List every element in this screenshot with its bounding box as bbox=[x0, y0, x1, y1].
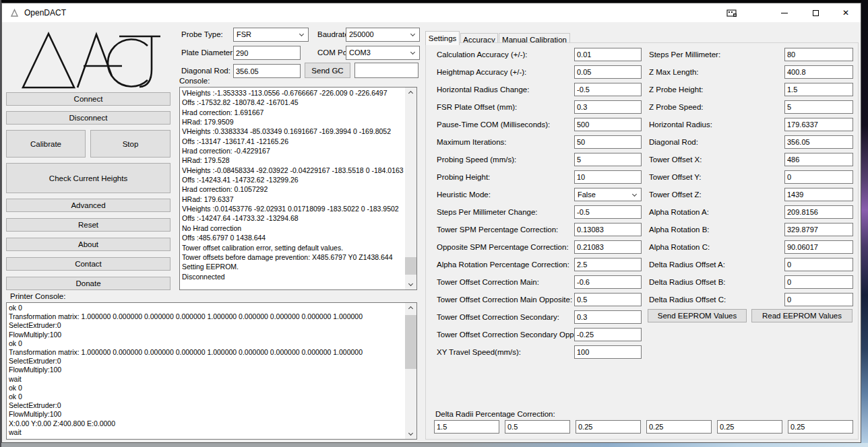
horizontal-radius-change-row: Horizontal Radius Change: bbox=[435, 83, 642, 96]
probe-type-label: Probe Type: bbox=[181, 30, 223, 38]
calibrate-label: Calibrate bbox=[30, 140, 61, 148]
delta-radius-offset-c-input[interactable] bbox=[784, 293, 853, 306]
minimize-button[interactable] bbox=[769, 3, 800, 22]
tower-offset-correction-secondary-opp-label: Tower Offset Correction Secondary Opp: bbox=[437, 331, 576, 339]
tower-offset-correction-secondary-input[interactable] bbox=[574, 310, 642, 324]
advanced-button[interactable]: Advanced bbox=[6, 199, 170, 212]
diagonal-rod-input[interactable] bbox=[784, 135, 853, 149]
heuristic-mode-select[interactable]: False bbox=[574, 188, 642, 201]
diagonal-rod-input[interactable] bbox=[233, 64, 301, 78]
printer-console-text[interactable]: ok 0 Transformation matrix: 1.000000 0.0… bbox=[9, 304, 404, 438]
console-scrollbar-thumb[interactable] bbox=[405, 257, 416, 275]
calculation-accuracy-input[interactable] bbox=[574, 48, 642, 61]
printer-console-box[interactable]: ok 0 Transformation matrix: 1.000000 0.0… bbox=[6, 302, 417, 440]
delta-radii-input-5[interactable] bbox=[717, 420, 782, 434]
printer-console-scrollbar[interactable] bbox=[405, 303, 416, 439]
tower-offset-correction-main-opposite-input[interactable] bbox=[574, 293, 642, 306]
disconnect-button[interactable]: Disconnect bbox=[6, 111, 170, 125]
delta-radii-input-4[interactable] bbox=[646, 420, 712, 434]
calibrate-button[interactable]: Calibrate bbox=[6, 130, 86, 158]
printer-console-scroll-down-button[interactable] bbox=[405, 427, 416, 439]
tower-spm-percentage-correction-input[interactable] bbox=[574, 223, 642, 236]
probe-type-select[interactable]: FSR bbox=[233, 28, 309, 42]
delta-radius-offset-b-row: Delta Radius Offset B: bbox=[648, 275, 853, 289]
read-eeprom-values-label: Read EEPROM Values bbox=[762, 312, 842, 320]
heightmap-accuracy-label: Heightmap Accuracy (+/-): bbox=[437, 68, 526, 76]
calculation-accuracy-label: Calculation Accuracy (+/-): bbox=[437, 50, 528, 59]
probing-height-input[interactable] bbox=[574, 170, 642, 184]
heuristic-mode-label: Heuristic Mode: bbox=[437, 191, 491, 199]
steps-per-millimeter-change-input[interactable] bbox=[574, 205, 642, 219]
z-probe-height-input[interactable] bbox=[784, 83, 853, 96]
donate-button[interactable]: Donate bbox=[6, 277, 170, 290]
delta-radii-input-2[interactable] bbox=[505, 420, 570, 434]
opposite-spm-percentage-correction-label: Opposite SPM Percentage Correction: bbox=[437, 243, 569, 251]
alpha-rotation-a-input[interactable] bbox=[784, 205, 853, 219]
alpha-rotation-c-input[interactable] bbox=[784, 240, 853, 254]
chevron-down-icon bbox=[408, 431, 413, 436]
tower-offset-correction-secondary-opp-input[interactable] bbox=[574, 328, 642, 341]
alpha-rotation-percentage-correction-label: Alpha Rotation Percentage Correction: bbox=[437, 261, 569, 269]
probing-speed-mm-s-input[interactable] bbox=[574, 153, 642, 166]
tower-offset-correction-main-row: Tower Offset Correction Main: bbox=[435, 275, 642, 289]
steps-per-millimeter-change-row: Steps Per Millimeter Change: bbox=[435, 205, 642, 219]
horizontal-radius-change-label: Horizontal Radius Change: bbox=[437, 85, 529, 94]
z-probe-speed-input[interactable] bbox=[784, 100, 853, 114]
console-box[interactable]: VHeights :-1.353333 -113.0556 -0.6766667… bbox=[179, 87, 417, 290]
send-eeprom-values-button[interactable]: Send EEPROM Values bbox=[648, 309, 747, 322]
com-port-select[interactable]: COM3 bbox=[346, 46, 420, 60]
about-button[interactable]: About bbox=[6, 238, 170, 251]
pause-time-com-milliseconds-input[interactable] bbox=[574, 118, 642, 131]
tower-offset-correction-main-input[interactable] bbox=[574, 275, 642, 289]
delta-radii-input-1[interactable] bbox=[434, 420, 499, 434]
stop-button[interactable]: Stop bbox=[90, 130, 170, 158]
connect-button[interactable]: Connect bbox=[6, 92, 170, 106]
steps-per-millimeter-input[interactable] bbox=[784, 48, 853, 61]
opposite-spm-percentage-correction-input[interactable] bbox=[574, 240, 642, 254]
maximum-iterations-input[interactable] bbox=[574, 135, 642, 149]
alpha-rotation-percentage-correction-input[interactable] bbox=[574, 258, 642, 271]
read-eeprom-values-button[interactable]: Read EEPROM Values bbox=[751, 309, 852, 322]
printer-console-scrollbar-thumb[interactable] bbox=[405, 315, 416, 369]
delta-radii-inputs bbox=[434, 420, 859, 434]
diagonal-rod-row: Diagonal Rod: bbox=[648, 135, 853, 149]
tab-settings[interactable]: Settings bbox=[425, 31, 460, 45]
maximize-button[interactable] bbox=[800, 3, 831, 22]
z-max-length-input[interactable] bbox=[784, 65, 853, 79]
delta-radius-offset-a-label: Delta Radius Offset A: bbox=[649, 261, 725, 269]
contact-button[interactable]: Contact bbox=[6, 257, 170, 271]
touch-keyboard-icon[interactable] bbox=[726, 7, 739, 20]
tower-offset-x-input[interactable] bbox=[784, 153, 853, 166]
delta-radius-offset-b-input[interactable] bbox=[784, 275, 853, 289]
tower-offset-y-input[interactable] bbox=[784, 170, 853, 184]
gcode-input[interactable] bbox=[354, 63, 418, 78]
tower-offset-correction-main-label: Tower Offset Correction Main: bbox=[437, 278, 539, 286]
reset-button[interactable]: Reset bbox=[6, 218, 170, 232]
delta-radii-percentage-correction-label: Delta Radii Percentage Correction: bbox=[435, 410, 555, 418]
send-gc-button[interactable]: Send GC bbox=[305, 63, 350, 78]
plate-diameter-input[interactable] bbox=[233, 46, 301, 60]
baudrate-select[interactable]: 250000 bbox=[346, 28, 420, 42]
alpha-rotation-a-row: Alpha Rotation A: bbox=[648, 205, 853, 219]
delta-radii-input-6[interactable] bbox=[788, 420, 853, 434]
printer-console-scroll-up-button[interactable] bbox=[405, 303, 416, 314]
delta-radius-offset-a-input[interactable] bbox=[784, 258, 853, 271]
console-scroll-up-button[interactable] bbox=[405, 88, 416, 99]
xy-travel-speed-mm-s-input[interactable] bbox=[574, 345, 642, 359]
horizontal-radius-change-input[interactable] bbox=[574, 83, 642, 96]
heightmap-accuracy-input[interactable] bbox=[574, 65, 642, 79]
horizontal-radius-input[interactable] bbox=[784, 118, 853, 131]
probing-speed-mm-s-row: Probing Speed (mm/s): bbox=[435, 153, 642, 166]
console-text[interactable]: VHeights :-1.353333 -113.0556 -0.6766667… bbox=[182, 88, 404, 289]
check-current-heights-button[interactable]: Check Current Heights bbox=[6, 163, 170, 193]
steps-per-millimeter-change-label: Steps Per Millimeter Change: bbox=[437, 208, 538, 216]
desktop-edge-bottom bbox=[0, 443, 868, 447]
console-scroll-down-button[interactable] bbox=[405, 278, 416, 289]
fsr-plate-offset-mm-input[interactable] bbox=[574, 100, 642, 114]
close-button[interactable]: ✕ bbox=[830, 3, 861, 22]
delta-radii-input-3[interactable] bbox=[576, 420, 641, 434]
tower-offset-z-input[interactable] bbox=[784, 188, 853, 201]
alpha-rotation-b-input[interactable] bbox=[784, 223, 853, 236]
console-scrollbar[interactable] bbox=[405, 88, 416, 289]
app-triangle-icon bbox=[9, 7, 20, 20]
